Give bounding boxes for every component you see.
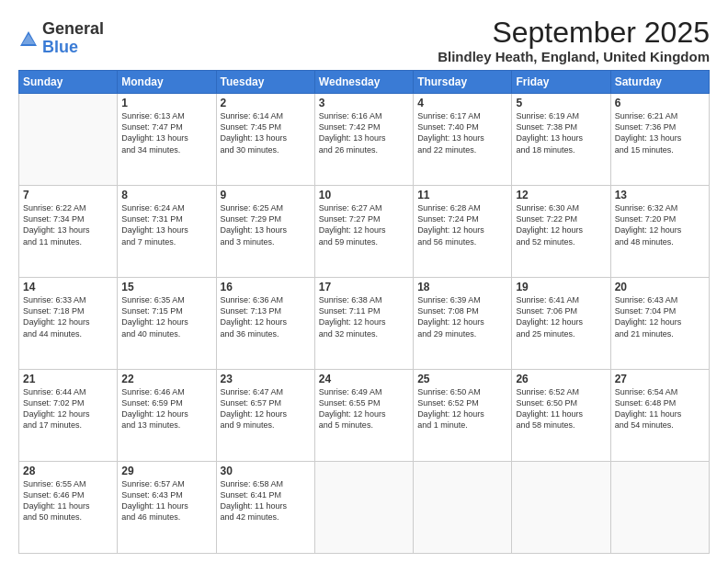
day-number: 15 (121, 281, 211, 293)
day-info: Sunrise: 6:49 AM Sunset: 6:55 PM Dayligh… (319, 386, 409, 431)
calendar-week-row: 14Sunrise: 6:33 AM Sunset: 7:18 PM Dayli… (19, 278, 710, 370)
day-info: Sunrise: 6:16 AM Sunset: 7:42 PM Dayligh… (319, 110, 409, 155)
day-number: 26 (516, 373, 606, 385)
day-number: 13 (615, 189, 705, 201)
table-row (610, 462, 709, 554)
month-title: September 2025 (438, 17, 710, 49)
day-info: Sunrise: 6:57 AM Sunset: 6:43 PM Dayligh… (121, 478, 211, 523)
day-info: Sunrise: 6:22 AM Sunset: 7:34 PM Dayligh… (23, 202, 113, 247)
table-row: 27Sunrise: 6:54 AM Sunset: 6:48 PM Dayli… (610, 370, 709, 462)
day-number: 7 (23, 189, 113, 201)
day-number: 6 (615, 97, 705, 109)
day-number: 1 (121, 97, 211, 109)
logo: General Blue (18, 20, 104, 57)
day-number: 2 (221, 97, 311, 109)
day-number: 4 (417, 97, 507, 109)
day-info: Sunrise: 6:14 AM Sunset: 7:45 PM Dayligh… (221, 110, 311, 155)
table-row: 25Sunrise: 6:50 AM Sunset: 6:52 PM Dayli… (414, 370, 512, 462)
logo-general: General (42, 20, 104, 39)
table-row: 30Sunrise: 6:58 AM Sunset: 6:41 PM Dayli… (216, 462, 314, 554)
calendar-week-row: 28Sunrise: 6:55 AM Sunset: 6:46 PM Dayli… (19, 462, 710, 554)
table-row: 29Sunrise: 6:57 AM Sunset: 6:43 PM Dayli… (118, 462, 216, 554)
day-info: Sunrise: 6:30 AM Sunset: 7:22 PM Dayligh… (516, 202, 606, 247)
day-number: 19 (516, 281, 606, 293)
day-info: Sunrise: 6:47 AM Sunset: 6:57 PM Dayligh… (221, 386, 311, 431)
table-row: 9Sunrise: 6:25 AM Sunset: 7:29 PM Daylig… (216, 186, 314, 278)
logo-icon (18, 29, 39, 50)
col-monday: Monday (118, 71, 216, 94)
day-number: 22 (121, 373, 211, 385)
col-sunday: Sunday (19, 71, 118, 94)
table-row: 16Sunrise: 6:36 AM Sunset: 7:13 PM Dayli… (216, 278, 314, 370)
day-info: Sunrise: 6:54 AM Sunset: 6:48 PM Dayligh… (615, 386, 705, 431)
table-row: 10Sunrise: 6:27 AM Sunset: 7:27 PM Dayli… (314, 186, 413, 278)
col-thursday: Thursday (414, 71, 512, 94)
day-info: Sunrise: 6:39 AM Sunset: 7:08 PM Dayligh… (417, 294, 507, 339)
table-row: 1Sunrise: 6:13 AM Sunset: 7:47 PM Daylig… (118, 94, 216, 186)
day-number: 14 (23, 281, 113, 293)
table-row: 17Sunrise: 6:38 AM Sunset: 7:11 PM Dayli… (314, 278, 413, 370)
table-row: 8Sunrise: 6:24 AM Sunset: 7:31 PM Daylig… (118, 186, 216, 278)
day-info: Sunrise: 6:28 AM Sunset: 7:24 PM Dayligh… (417, 202, 507, 247)
calendar-week-row: 21Sunrise: 6:44 AM Sunset: 7:02 PM Dayli… (19, 370, 710, 462)
table-row: 4Sunrise: 6:17 AM Sunset: 7:40 PM Daylig… (414, 94, 512, 186)
table-row (314, 462, 413, 554)
svg-marker-1 (22, 34, 35, 44)
day-info: Sunrise: 6:38 AM Sunset: 7:11 PM Dayligh… (319, 294, 409, 339)
day-number: 23 (221, 373, 311, 385)
day-info: Sunrise: 6:55 AM Sunset: 6:46 PM Dayligh… (23, 478, 113, 523)
col-saturday: Saturday (610, 71, 709, 94)
table-row: 23Sunrise: 6:47 AM Sunset: 6:57 PM Dayli… (216, 370, 314, 462)
day-info: Sunrise: 6:36 AM Sunset: 7:13 PM Dayligh… (221, 294, 311, 339)
table-row: 19Sunrise: 6:41 AM Sunset: 7:06 PM Dayli… (512, 278, 610, 370)
day-number: 16 (221, 281, 311, 293)
calendar-header-row: Sunday Monday Tuesday Wednesday Thursday… (19, 71, 710, 94)
table-row: 7Sunrise: 6:22 AM Sunset: 7:34 PM Daylig… (19, 186, 118, 278)
day-info: Sunrise: 6:50 AM Sunset: 6:52 PM Dayligh… (417, 386, 507, 431)
day-number: 12 (516, 189, 606, 201)
logo-text: General Blue (42, 20, 104, 57)
page-header: General Blue September 2025 Blindley Hea… (18, 17, 710, 64)
day-number: 5 (516, 97, 606, 109)
day-info: Sunrise: 6:46 AM Sunset: 6:59 PM Dayligh… (121, 386, 211, 431)
table-row: 5Sunrise: 6:19 AM Sunset: 7:38 PM Daylig… (512, 94, 610, 186)
day-number: 9 (221, 189, 311, 201)
calendar: Sunday Monday Tuesday Wednesday Thursday… (18, 70, 710, 554)
calendar-week-row: 7Sunrise: 6:22 AM Sunset: 7:34 PM Daylig… (19, 186, 710, 278)
table-row: 26Sunrise: 6:52 AM Sunset: 6:50 PM Dayli… (512, 370, 610, 462)
day-info: Sunrise: 6:13 AM Sunset: 7:47 PM Dayligh… (121, 110, 211, 155)
day-number: 8 (121, 189, 211, 201)
location: Blindley Heath, England, United Kingdom (438, 49, 710, 64)
day-number: 21 (23, 373, 113, 385)
day-info: Sunrise: 6:21 AM Sunset: 7:36 PM Dayligh… (615, 110, 705, 155)
calendar-week-row: 1Sunrise: 6:13 AM Sunset: 7:47 PM Daylig… (19, 94, 710, 186)
day-info: Sunrise: 6:41 AM Sunset: 7:06 PM Dayligh… (516, 294, 606, 339)
day-info: Sunrise: 6:17 AM Sunset: 7:40 PM Dayligh… (417, 110, 507, 155)
day-info: Sunrise: 6:32 AM Sunset: 7:20 PM Dayligh… (615, 202, 705, 247)
day-info: Sunrise: 6:19 AM Sunset: 7:38 PM Dayligh… (516, 110, 606, 155)
day-number: 29 (121, 465, 211, 477)
table-row: 20Sunrise: 6:43 AM Sunset: 7:04 PM Dayli… (610, 278, 709, 370)
col-wednesday: Wednesday (314, 71, 413, 94)
day-info: Sunrise: 6:35 AM Sunset: 7:15 PM Dayligh… (121, 294, 211, 339)
day-number: 3 (319, 97, 409, 109)
day-info: Sunrise: 6:43 AM Sunset: 7:04 PM Dayligh… (615, 294, 705, 339)
table-row: 24Sunrise: 6:49 AM Sunset: 6:55 PM Dayli… (314, 370, 413, 462)
day-number: 30 (221, 465, 311, 477)
table-row: 12Sunrise: 6:30 AM Sunset: 7:22 PM Dayli… (512, 186, 610, 278)
table-row: 28Sunrise: 6:55 AM Sunset: 6:46 PM Dayli… (19, 462, 118, 554)
col-friday: Friday (512, 71, 610, 94)
col-tuesday: Tuesday (216, 71, 314, 94)
day-info: Sunrise: 6:25 AM Sunset: 7:29 PM Dayligh… (221, 202, 311, 247)
day-info: Sunrise: 6:27 AM Sunset: 7:27 PM Dayligh… (319, 202, 409, 247)
table-row (512, 462, 610, 554)
day-number: 24 (319, 373, 409, 385)
logo-blue: Blue (42, 39, 104, 57)
day-number: 17 (319, 281, 409, 293)
table-row (414, 462, 512, 554)
day-number: 18 (417, 281, 507, 293)
table-row: 11Sunrise: 6:28 AM Sunset: 7:24 PM Dayli… (414, 186, 512, 278)
day-info: Sunrise: 6:52 AM Sunset: 6:50 PM Dayligh… (516, 386, 606, 431)
table-row: 3Sunrise: 6:16 AM Sunset: 7:42 PM Daylig… (314, 94, 413, 186)
day-number: 20 (615, 281, 705, 293)
